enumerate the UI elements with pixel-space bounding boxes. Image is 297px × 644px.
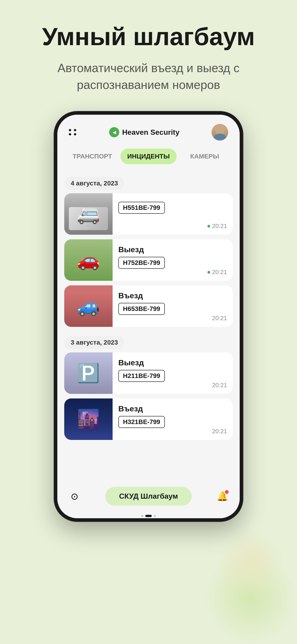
incident-card[interactable]: Въезд Н653ВЕ-799 20:21 xyxy=(64,286,233,327)
phone-mockup: Heaven Security ТРАНСПОРТ ИНЦИДЕНТЫ КАМЕ… xyxy=(54,112,243,522)
incident-card[interactable]: Выезд Н211ВЕ-799 20:21 xyxy=(64,352,233,394)
tab-bar: ТРАНСПОРТ ИНЦИДЕНТЫ КАМЕРЫ xyxy=(57,145,240,170)
incident-card[interactable]: Въезд Н321ВЕ-799 20:21 xyxy=(64,398,233,440)
incident-info: Въезд Н321ВЕ-799 20:21 xyxy=(112,398,233,440)
incident-time: 20:21 xyxy=(208,428,227,435)
skud-button[interactable]: СКУД Шлагбаум xyxy=(105,487,192,506)
menu-icon[interactable] xyxy=(69,129,77,136)
tab-cameras[interactable]: КАМЕРЫ xyxy=(176,148,233,164)
tab-transport[interactable]: ТРАНСПОРТ xyxy=(64,148,120,164)
time-indicator xyxy=(208,271,210,274)
page-title: Умный шлагбаум xyxy=(18,23,278,50)
bell-icon[interactable]: 🔔 xyxy=(214,488,230,504)
incident-direction: Выезд xyxy=(118,245,227,254)
time-indicator xyxy=(208,225,210,228)
incident-image xyxy=(64,193,112,235)
incident-direction: Выезд xyxy=(118,358,227,367)
time-indicator xyxy=(208,430,210,433)
time-indicator xyxy=(208,384,210,387)
incident-info: Выезд Н211ВЕ-799 20:21 xyxy=(112,352,233,394)
app-header: Heaven Security xyxy=(57,115,240,145)
incident-plate: Н752ВЕ-799 xyxy=(118,257,165,269)
incident-image xyxy=(64,286,112,327)
brand-area: Heaven Security xyxy=(109,127,179,137)
incidents-list: 4 августа, 2023 Н551ВЕ-799 20:21 xyxy=(57,170,240,482)
user-avatar[interactable] xyxy=(212,124,228,140)
incident-card[interactable]: Н551ВЕ-799 20:21 xyxy=(64,193,233,235)
incident-plate: Н211ВЕ-799 xyxy=(118,370,165,382)
incident-plate: Н321ВЕ-799 xyxy=(118,416,165,428)
incident-direction: Въезд xyxy=(118,404,227,413)
incident-time: 20:21 xyxy=(208,222,227,230)
brand-name: Heaven Security xyxy=(122,128,179,136)
nav-dot xyxy=(154,515,156,517)
time-indicator xyxy=(208,317,210,320)
page-subtitle: Автоматический въезд и выезд с распознав… xyxy=(18,60,278,93)
incident-image xyxy=(64,398,112,440)
date-badge-1: 4 августа, 2023 xyxy=(64,177,124,190)
tab-incidents[interactable]: ИНЦИДЕНТЫ xyxy=(120,148,176,164)
incident-time: 20:21 xyxy=(208,382,227,389)
incident-image xyxy=(64,239,112,281)
incident-info: Выезд Н752ВЕ-799 20:21 xyxy=(112,239,233,281)
nav-dot xyxy=(141,515,144,517)
incident-info: Н551ВЕ-799 20:21 xyxy=(112,193,233,235)
brand-icon xyxy=(109,127,119,137)
incident-time: 20:21 xyxy=(208,315,227,322)
incident-direction: Въезд xyxy=(118,291,227,300)
nav-dots xyxy=(57,515,240,518)
nav-dot-active xyxy=(145,515,152,517)
date-badge-2: 3 августа, 2023 xyxy=(64,336,124,349)
incident-info: Въезд Н653ВЕ-799 20:21 xyxy=(112,286,233,327)
bottom-nav: ⊙ СКУД Шлагбаум 🔔 xyxy=(57,482,240,515)
incident-time: 20:21 xyxy=(208,268,227,276)
camera-icon[interactable]: ⊙ xyxy=(66,488,83,504)
incident-card[interactable]: Выезд Н752ВЕ-799 20:21 xyxy=(64,239,233,281)
incident-image xyxy=(64,352,112,394)
incident-plate: Н551ВЕ-799 xyxy=(118,202,165,214)
incident-plate: Н653ВЕ-799 xyxy=(118,303,165,315)
